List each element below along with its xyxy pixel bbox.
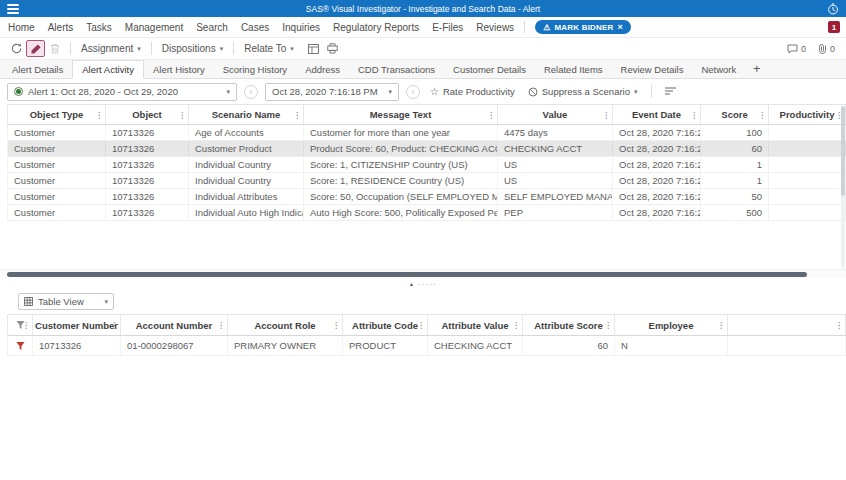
relate-to-dropdown[interactable]: Relate To ▾ (240, 43, 298, 54)
event-time-select[interactable]: Oct 28, 2020 7:16:18 PM ▾ (265, 83, 399, 101)
column-header-customer-number[interactable]: Customer Number⋮ (33, 315, 121, 335)
column-menu-icon[interactable]: ⋮ (178, 110, 186, 119)
comments-indicator[interactable]: 0 (787, 44, 806, 54)
chevron-down-icon: ▾ (137, 45, 141, 52)
user-tag[interactable]: ⚠ MARK BIDNER × (535, 20, 631, 34)
print-button[interactable] (323, 40, 342, 57)
menu-item-inquiries[interactable]: Inquiries (282, 22, 320, 33)
table-row[interactable]: Customer10713326Age of AccountsCustomer … (7, 125, 846, 141)
column-menu-icon[interactable]: ⋮ (487, 110, 495, 119)
menu-item-regulatory-reports[interactable]: Regulatory Reports (333, 22, 419, 33)
column-menu-icon[interactable]: ⋮ (95, 110, 103, 119)
column-header-attribute-value[interactable]: Attribute Value⋮ (428, 315, 523, 335)
next-event-button[interactable]: › (406, 85, 420, 99)
vertical-scrollbar-thumb[interactable] (841, 106, 845, 196)
export-table-button[interactable] (304, 40, 323, 57)
column-label: Value (543, 109, 568, 120)
table-cell: Customer (8, 157, 106, 172)
column-header-attribute-score[interactable]: Attribute Score⋮ (523, 315, 615, 335)
dispositions-dropdown[interactable]: Dispositions ▾ (158, 43, 227, 54)
menu-item-e-files[interactable]: E-Files (432, 22, 463, 33)
row-filter-flag-icon[interactable] (8, 336, 33, 355)
previous-event-button[interactable]: ‹ (244, 85, 258, 99)
tab-customer-details[interactable]: Customer Details (444, 60, 535, 78)
close-icon[interactable]: × (618, 22, 623, 32)
column-menu-icon[interactable]: ⋮ (22, 321, 30, 330)
table-view-label: Table View (38, 296, 84, 307)
no-symbol-icon (528, 87, 538, 97)
clock-icon[interactable] (827, 3, 839, 15)
column-header-object-type[interactable]: Object Type⋮ (8, 105, 106, 124)
menu-item-tasks[interactable]: Tasks (86, 22, 112, 33)
table-row[interactable]: Customer10713326Individual AttributesSco… (7, 189, 846, 205)
column-menu-icon[interactable]: ⋮ (690, 110, 698, 119)
column-header-event-date[interactable]: Event Date⋮ (613, 105, 701, 124)
table-row[interactable]: Customer10713326Customer ProductProduct … (7, 141, 846, 157)
assignment-dropdown[interactable]: Assignment ▾ (77, 43, 145, 54)
tab-alert-activity[interactable]: Alert Activity (72, 60, 144, 79)
column-menu-icon[interactable]: ⋮ (512, 321, 520, 330)
table-cell: 4475 days (498, 125, 613, 140)
menu-icon[interactable] (7, 2, 19, 16)
collapse-arrow-icon[interactable]: ▲ (409, 282, 414, 287)
table-row[interactable]: 1071332601-0000298067PRIMARY OWNERPRODUC… (7, 336, 846, 356)
splitter-grip-icon: ····· (418, 281, 437, 288)
column-header-productivity[interactable]: Productivity⋮ (769, 105, 846, 124)
tab-related-items[interactable]: Related Items (535, 60, 612, 78)
refresh-button[interactable] (7, 40, 26, 57)
list-options-button[interactable] (662, 87, 679, 96)
column-header-value[interactable]: Value⋮ (498, 105, 613, 124)
column-menu-icon[interactable]: ⋮ (332, 321, 340, 330)
alert-range-select[interactable]: Alert 1: Oct 28, 2020 - Oct 29, 2020 ▾ (7, 83, 237, 101)
toolbar-right: 0 0 (787, 43, 839, 54)
delete-button[interactable] (45, 40, 64, 57)
column-menu-icon[interactable]: ⋮ (835, 321, 843, 330)
column-header-attribute-code[interactable]: Attribute Code⋮ (343, 315, 428, 335)
column-menu-icon[interactable]: ⋮ (110, 321, 118, 330)
column-menu-icon[interactable]: ⋮ (758, 110, 766, 119)
column-menu-icon[interactable]: ⋮ (604, 321, 612, 330)
tab-review-details[interactable]: Review Details (612, 60, 693, 78)
table-row[interactable]: Customer10713326Individual CountryScore:… (7, 157, 846, 173)
tab-cdd-transactions[interactable]: CDD Transactions (349, 60, 444, 78)
menu-item-management[interactable]: Management (125, 22, 183, 33)
column-header-filter[interactable]: ⋮ (8, 315, 33, 335)
menu-item-reviews[interactable]: Reviews (476, 22, 514, 33)
tab-network[interactable]: Network (692, 60, 745, 78)
column-header-account-role[interactable]: Account Role⋮ (228, 315, 343, 335)
attachments-indicator[interactable]: 0 (818, 43, 835, 54)
column-header-account-number[interactable]: Account Number⋮ (121, 315, 228, 335)
rate-productivity-button[interactable]: ☆ Rate Productivity (427, 86, 518, 97)
tab-address[interactable]: Address (296, 60, 349, 78)
menu-item-search[interactable]: Search (196, 22, 228, 33)
table-view-select[interactable]: Table View ▾ (18, 293, 114, 310)
notification-badge[interactable]: 1 (828, 21, 840, 33)
tab-scoring-history[interactable]: Scoring History (214, 60, 296, 78)
column-menu-icon[interactable]: ⋮ (217, 321, 225, 330)
menu-item-alerts[interactable]: Alerts (48, 22, 74, 33)
column-label: Attribute Score (534, 320, 603, 331)
tab-alert-details[interactable]: Alert Details (3, 60, 72, 78)
add-tab-button[interactable]: + (745, 60, 768, 78)
table-row[interactable]: Customer10713326Individual Auto High Ind… (7, 205, 846, 221)
horizontal-scrollbar-thumb[interactable] (7, 272, 807, 277)
panel-splitter[interactable]: ▲ ····· (0, 278, 846, 291)
menu-item-home[interactable]: Home (8, 22, 35, 33)
chevron-down-icon: ▾ (634, 88, 638, 95)
column-header-blank[interactable]: ⋮ (728, 315, 846, 335)
suppress-scenario-dropdown[interactable]: Suppress a Scenario ▾ (525, 86, 641, 97)
column-header-object[interactable]: Object⋮ (106, 105, 189, 124)
tab-alert-history[interactable]: Alert History (144, 60, 214, 78)
column-menu-icon[interactable]: ⋮ (417, 321, 425, 330)
column-menu-icon[interactable]: ⋮ (293, 110, 301, 119)
menu-item-cases[interactable]: Cases (241, 22, 269, 33)
column-menu-icon[interactable]: ⋮ (717, 321, 725, 330)
comments-count: 0 (801, 44, 806, 54)
column-header-score[interactable]: Score⋮ (701, 105, 769, 124)
column-header-message-text[interactable]: Message Text⋮ (304, 105, 498, 124)
table-row[interactable]: Customer10713326Individual CountryScore:… (7, 173, 846, 189)
column-header-scenario-name[interactable]: Scenario Name⋮ (189, 105, 304, 124)
column-header-employee[interactable]: Employee⋮ (615, 315, 728, 335)
edit-button[interactable] (26, 40, 45, 57)
column-menu-icon[interactable]: ⋮ (602, 110, 610, 119)
